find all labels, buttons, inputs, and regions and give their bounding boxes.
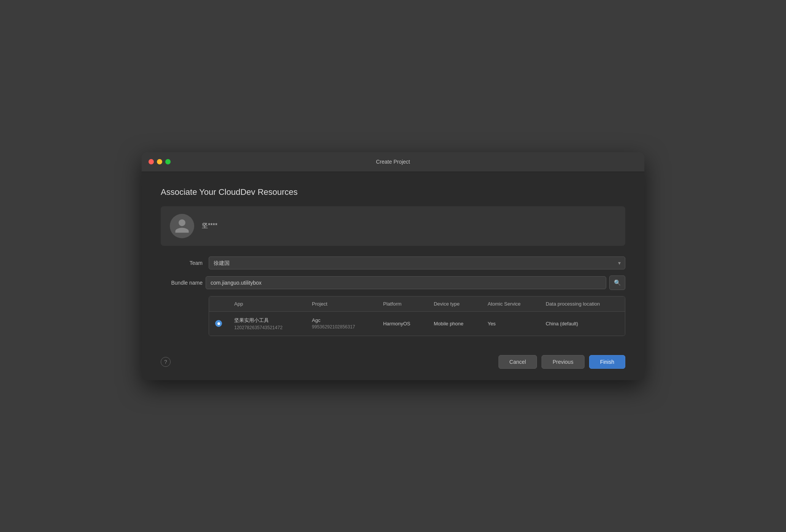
team-row: Team 徐建国 ▾ bbox=[161, 256, 625, 269]
footer-buttons: Cancel Previous Finish bbox=[498, 355, 625, 369]
cell-data-location: China (default) bbox=[540, 311, 625, 336]
row-radio[interactable] bbox=[209, 311, 228, 336]
footer: ? Cancel Previous Finish bbox=[142, 347, 644, 380]
app-table-wrapper: App Project Platform Device type Atomic … bbox=[209, 296, 625, 336]
project-name: Agc bbox=[312, 317, 371, 323]
app-table: App Project Platform Device type Atomic … bbox=[209, 296, 625, 336]
col-header-app: App bbox=[228, 296, 306, 312]
team-label: Team bbox=[161, 260, 203, 266]
col-header-platform: Platform bbox=[377, 296, 428, 312]
bundle-label: Bundle name bbox=[161, 280, 203, 286]
bundle-input[interactable] bbox=[206, 276, 606, 289]
search-button[interactable]: 🔍 bbox=[609, 276, 625, 290]
col-header-device-type: Device type bbox=[428, 296, 481, 312]
bundle-row: Bundle name 🔍 bbox=[161, 276, 625, 290]
help-icon-label: ? bbox=[164, 359, 167, 365]
radio-selected-icon bbox=[215, 320, 222, 327]
help-button[interactable]: ? bbox=[161, 357, 171, 367]
col-header-data-location: Data processing location bbox=[540, 296, 625, 312]
col-header-atomic-service: Atomic Service bbox=[481, 296, 540, 312]
app-name: 坚果实用小工具 bbox=[234, 317, 300, 324]
traffic-lights bbox=[149, 159, 171, 164]
finish-button[interactable]: Finish bbox=[589, 355, 625, 369]
titlebar: Create Project bbox=[142, 152, 644, 172]
avatar-icon bbox=[174, 218, 190, 234]
col-header-select bbox=[209, 296, 228, 312]
close-button[interactable] bbox=[149, 159, 154, 164]
window-title: Create Project bbox=[376, 159, 410, 165]
content-area: Associate Your CloudDev Resources 坚**** … bbox=[142, 172, 644, 347]
cell-atomic-service: Yes bbox=[481, 311, 540, 336]
cell-device-type: Mobile phone bbox=[428, 311, 481, 336]
minimize-button[interactable] bbox=[157, 159, 162, 164]
cancel-button[interactable]: Cancel bbox=[498, 355, 537, 369]
cell-platform: HarmonyOS bbox=[377, 311, 428, 336]
search-icon: 🔍 bbox=[614, 279, 621, 286]
cell-app: 坚果实用小工具 1202782635743521472 bbox=[228, 311, 306, 336]
maximize-button[interactable] bbox=[165, 159, 171, 164]
project-id: 99536292102856317 bbox=[312, 324, 371, 330]
table-row[interactable]: 坚果实用小工具 1202782635743521472 Agc 99536292… bbox=[209, 311, 625, 336]
user-card: 坚**** bbox=[161, 206, 625, 246]
cell-project: Agc 99536292102856317 bbox=[306, 311, 377, 336]
previous-button[interactable]: Previous bbox=[542, 355, 584, 369]
page-title: Associate Your CloudDev Resources bbox=[161, 187, 625, 197]
main-window: Create Project Associate Your CloudDev R… bbox=[142, 152, 644, 380]
team-select[interactable]: 徐建国 bbox=[209, 256, 625, 269]
col-header-project: Project bbox=[306, 296, 377, 312]
team-select-wrapper: 徐建国 ▾ bbox=[209, 256, 625, 269]
avatar bbox=[170, 214, 194, 238]
app-id: 1202782635743521472 bbox=[234, 325, 300, 330]
table-header-row: App Project Platform Device type Atomic … bbox=[209, 296, 625, 312]
username: 坚**** bbox=[202, 222, 217, 230]
